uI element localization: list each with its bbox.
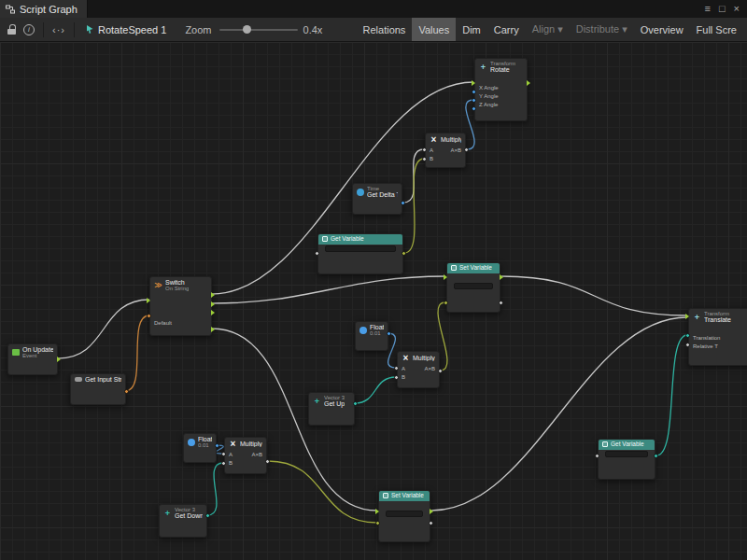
window-title: Script Graph [20, 4, 78, 15]
variable-name-field[interactable] [454, 283, 493, 289]
input-port[interactable] [422, 157, 427, 161]
node-multiply-low[interactable]: MultiplyAA×BB [224, 437, 267, 474]
output-port[interactable] [464, 147, 469, 152]
node-rotate[interactable]: TransformRotateX AngleY AngleZ Angle [474, 58, 528, 121]
port-label: Default [154, 320, 172, 326]
toolbar-button-dim[interactable]: Dim [456, 18, 487, 41]
output-port[interactable] [429, 521, 433, 525]
input-port[interactable] [375, 521, 380, 525]
output-port[interactable] [211, 310, 215, 315]
menu-icon[interactable]: ≡ [704, 4, 710, 14]
maximize-icon[interactable]: □ [719, 4, 726, 14]
input-port[interactable] [472, 98, 476, 103]
node-vector3-get-down[interactable]: Vector 3Get Down [159, 504, 207, 538]
toolbar-button-overview[interactable]: Overview [634, 18, 690, 41]
node-multiply-mid[interactable]: MultiplyAA×BB [397, 351, 440, 388]
wire[interactable] [656, 335, 687, 455]
node-translate[interactable]: TransformTranslateTranslationRelative T [688, 308, 747, 366]
node-vector3-get-up[interactable]: Vector 3Get Up [308, 392, 355, 426]
node-switch-on-string[interactable]: SwitchOn StringDefault [149, 276, 212, 336]
zoom-to-fit-icon[interactable]: ‹·› [52, 24, 65, 35]
output-port[interactable] [211, 327, 215, 332]
output-port[interactable] [211, 301, 215, 307]
zoom-slider-handle[interactable] [243, 25, 251, 34]
input-port[interactable] [685, 314, 689, 319]
output-port[interactable] [387, 331, 391, 336]
output-port[interactable] [402, 251, 406, 256]
input-port[interactable] [147, 298, 150, 303]
input-port[interactable] [394, 366, 399, 371]
toolbar-button-carry[interactable]: Carry [487, 18, 526, 41]
wire[interactable] [355, 377, 396, 403]
toolbar-button-full-scre[interactable]: Full Scre [690, 18, 743, 41]
variable-name-field[interactable] [325, 245, 396, 252]
input-port[interactable] [422, 147, 427, 152]
output-port[interactable] [215, 443, 219, 448]
toolbar-button-relations[interactable]: Relations [357, 18, 413, 41]
output-port[interactable] [500, 274, 503, 280]
input-port[interactable] [147, 314, 151, 318]
close-icon[interactable]: × [734, 4, 740, 14]
node-set-variable-bottom[interactable]: Set Variable [378, 490, 430, 542]
tab-script-graph[interactable]: Script Graph [0, 0, 88, 18]
input-port[interactable] [472, 106, 476, 111]
output-port[interactable] [124, 389, 129, 394]
output-port[interactable] [430, 509, 433, 514]
output-port[interactable] [265, 459, 270, 464]
wire[interactable] [388, 333, 396, 368]
input-port[interactable] [315, 251, 319, 256]
node-set-variable-mid[interactable]: Set Variable [446, 262, 500, 313]
input-port[interactable] [444, 301, 448, 305]
wire[interactable] [212, 276, 445, 303]
graph-reference[interactable]: RotateSpeed 1 [85, 24, 166, 35]
output-port[interactable] [654, 454, 658, 458]
output-port[interactable] [353, 401, 358, 406]
zoom-slider[interactable] [219, 29, 298, 31]
input-port[interactable] [221, 461, 226, 466]
output-port[interactable] [401, 201, 405, 205]
output-port[interactable] [205, 513, 210, 518]
input-port[interactable] [444, 274, 447, 280]
node-get-input-string[interactable]: Get Input Strin [70, 373, 126, 405]
node-multiply-top[interactable]: MultiplyAA×BB [425, 133, 466, 168]
wire[interactable] [501, 276, 687, 315]
port-label: Z Angle [479, 102, 498, 107]
toolbar-button-values[interactable]: Values [412, 18, 456, 41]
switch-icon [154, 281, 162, 289]
input-port[interactable] [685, 333, 690, 338]
wire[interactable] [431, 317, 687, 511]
input-port[interactable] [221, 452, 226, 456]
input-port[interactable] [472, 80, 475, 86]
variable-icon [451, 265, 457, 271]
wire[interactable] [404, 159, 424, 253]
node-float-low[interactable]: Float0.01 [183, 433, 217, 463]
wire[interactable] [125, 315, 149, 391]
float-icon [359, 327, 367, 334]
input-port[interactable] [685, 343, 690, 347]
graph-canvas[interactable]: TransformRotateX AngleY AngleZ AngleMult… [0, 42, 747, 560]
port-label: A×B [450, 147, 461, 153]
output-port[interactable] [527, 80, 530, 86]
wire[interactable] [207, 463, 223, 515]
node-get-variable-top[interactable]: Get Variable [317, 233, 403, 274]
output-port[interactable] [211, 292, 215, 298]
wire[interactable] [403, 149, 424, 203]
input-port[interactable] [595, 454, 599, 458]
lock-icon[interactable] [7, 24, 16, 35]
output-port[interactable] [438, 369, 443, 373]
input-port[interactable] [472, 90, 476, 94]
output-port[interactable] [499, 301, 503, 305]
variable-name-field[interactable] [605, 451, 648, 457]
info-icon[interactable]: i [23, 24, 35, 35]
input-port[interactable] [394, 375, 399, 380]
node-get-delta-time[interactable]: TimeGet Delta Time [352, 183, 402, 215]
node-get-variable-right[interactable]: Get Variable [598, 439, 655, 480]
wire[interactable] [268, 461, 377, 523]
variable-name-field[interactable] [386, 511, 423, 517]
wire[interactable] [58, 300, 149, 358]
node-label: Multiply [240, 441, 262, 447]
node-float-mid[interactable]: Float0.01 [355, 321, 388, 351]
input-port[interactable] [375, 509, 379, 514]
output-port[interactable] [57, 357, 61, 362]
node-on-update[interactable]: On UpdateEvent [7, 343, 58, 375]
